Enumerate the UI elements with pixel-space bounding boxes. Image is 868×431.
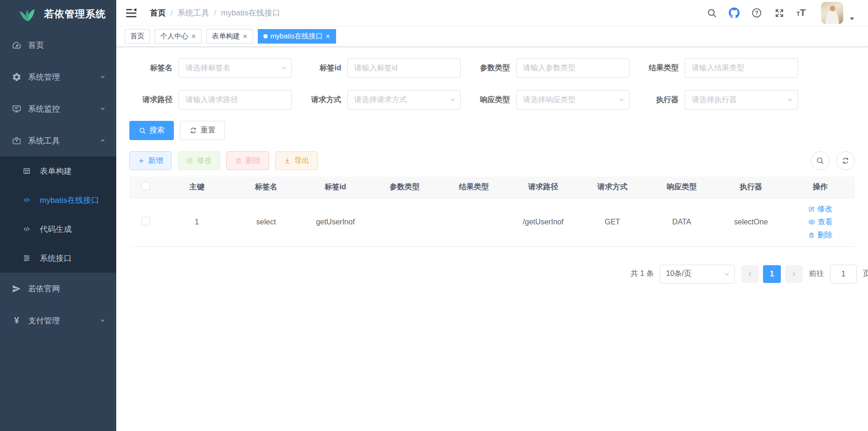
row-checkbox[interactable] <box>142 217 150 225</box>
page-unit-label: 页 <box>863 269 868 279</box>
col-header-method: 请求方式 <box>578 177 647 198</box>
tag-label: 表单构建 <box>212 32 240 41</box>
delete-button[interactable]: 删除 <box>226 151 269 170</box>
tag-name-select[interactable] <box>179 58 292 78</box>
goto-page-input[interactable] <box>830 265 857 283</box>
breadcrumb-home[interactable]: 首页 <box>150 7 166 18</box>
active-dot <box>263 34 268 38</box>
search-icon[interactable] <box>706 7 717 18</box>
select-all-checkbox[interactable] <box>142 182 150 190</box>
tag-form-builder[interactable]: 表单构建 × <box>206 29 253 44</box>
row-edit-link[interactable]: 修改 <box>808 204 832 214</box>
row-delete-label: 删除 <box>817 230 832 240</box>
app-logo[interactable]: 若依管理系统 <box>0 0 116 28</box>
cell-result-type <box>439 198 509 246</box>
page-size-value[interactable] <box>660 265 735 283</box>
tag-id-input[interactable] <box>347 58 461 78</box>
prev-page-button[interactable] <box>741 265 759 283</box>
form-item-param-type: 参数类型 <box>467 58 636 78</box>
tag-home[interactable]: 首页 <box>125 29 150 44</box>
sidebar-item-mybatis-api[interactable]: mybatis在线接口 <box>0 186 116 215</box>
font-size-icon[interactable]: TT <box>796 7 806 18</box>
field-label: 响应类型 <box>467 95 516 105</box>
form-item-request-method: 请求方式 <box>298 90 467 110</box>
page-size-select[interactable] <box>660 265 735 283</box>
sidebar-item-system-api[interactable]: 系统接口 <box>0 244 116 273</box>
top-navbar: 首页 / 系统工具 / mybatis在线接口 ? <box>116 0 868 26</box>
toggle-search-button[interactable] <box>811 151 830 170</box>
cell-method: GET <box>578 198 647 246</box>
table-row[interactable]: 1 select getUserInof /getUserInof GET DA… <box>129 198 855 246</box>
page-number-1[interactable]: 1 <box>763 265 781 283</box>
caret-down-icon <box>849 16 855 21</box>
row-edit-label: 修改 <box>817 204 832 214</box>
response-type-select[interactable] <box>516 90 629 110</box>
close-icon[interactable]: × <box>243 32 247 40</box>
cell-path: /getUserInof <box>509 198 578 246</box>
sidebar-item-official-site[interactable]: 若依官网 <box>0 273 116 305</box>
close-icon[interactable]: × <box>191 32 196 40</box>
row-view-label: 查看 <box>818 217 833 227</box>
add-button[interactable]: 新增 <box>129 151 172 170</box>
row-view-link[interactable]: 查看 <box>808 217 833 227</box>
request-method-select[interactable] <box>347 90 461 110</box>
main-area: 首页 / 系统工具 / mybatis在线接口 ? <box>116 0 868 431</box>
field-label: 标签id <box>298 63 347 73</box>
app-title: 若依管理系统 <box>44 7 106 21</box>
tag-profile[interactable]: 个人中心 × <box>155 29 202 44</box>
user-menu[interactable] <box>821 2 855 24</box>
param-type-input[interactable] <box>516 58 629 78</box>
sidebar-menu: 首页 系统管理 系统监控 <box>0 28 116 336</box>
field-label: 标签名 <box>129 63 179 73</box>
breadcrumb: 首页 / 系统工具 / mybatis在线接口 <box>150 7 280 18</box>
tag-mybatis-api[interactable]: mybatis在线接口 × <box>258 29 336 44</box>
reset-button[interactable]: 重置 <box>180 121 225 140</box>
add-button-label: 新增 <box>148 156 163 166</box>
search-icon <box>139 127 146 134</box>
code-icon <box>22 225 31 233</box>
github-icon[interactable] <box>729 7 740 18</box>
cell-param-type <box>370 198 439 246</box>
data-table: 主键 标签名 标签id 参数类型 结果类型 请求路径 请求方式 响应类型 执行器… <box>129 177 855 247</box>
refresh-table-button[interactable] <box>836 151 855 170</box>
refresh-icon <box>189 126 197 134</box>
next-page-button[interactable] <box>785 265 803 283</box>
field-label: 结果类型 <box>636 63 685 73</box>
sidebar-item-home[interactable]: 首页 <box>0 29 116 61</box>
sidebar-item-system-monitor[interactable]: 系统监控 <box>0 93 116 125</box>
sidebar-item-system-management[interactable]: 系统管理 <box>0 61 116 93</box>
edit-button[interactable]: 修改 <box>178 151 220 170</box>
yen-icon: ¥ <box>12 315 22 326</box>
sidebar-item-form-builder[interactable]: 表单构建 <box>0 156 116 186</box>
request-path-input[interactable] <box>179 90 292 110</box>
sidebar-item-system-tools[interactable]: 系统工具 <box>0 125 116 156</box>
fullscreen-icon[interactable] <box>774 7 785 18</box>
close-icon[interactable]: × <box>326 32 330 40</box>
row-delete-link[interactable]: 删除 <box>808 230 832 240</box>
sidebar-item-code-generator[interactable]: 代码生成 <box>0 215 116 244</box>
executor-select[interactable] <box>685 90 798 110</box>
breadcrumb-section: 系统工具 <box>178 7 210 18</box>
help-icon[interactable]: ? <box>751 7 762 18</box>
edit-icon <box>186 157 194 164</box>
sidebar-item-label: 支付管理 <box>28 315 60 326</box>
trash-icon <box>808 232 815 239</box>
search-button[interactable]: 搜索 <box>129 121 174 140</box>
export-button[interactable]: 导出 <box>275 151 318 170</box>
refresh-icon <box>841 156 850 165</box>
cell-resp-type: DATA <box>647 198 717 246</box>
form-item-tag-name: 标签名 <box>129 58 298 78</box>
sidebar-toggle-icon[interactable] <box>126 7 137 19</box>
reset-button-label: 重置 <box>201 126 216 135</box>
sidebar-item-label: 表单构建 <box>40 166 72 177</box>
pagination: 共 1 条 1 前往 页 <box>129 265 868 283</box>
chevron-left-icon <box>747 271 753 277</box>
col-header-operations: 操作 <box>786 177 855 198</box>
sidebar-item-payment[interactable]: ¥ 支付管理 <box>0 305 116 336</box>
result-type-input[interactable] <box>685 58 798 78</box>
avatar[interactable] <box>821 2 843 24</box>
field-label: 请求路径 <box>129 95 179 105</box>
col-header-path: 请求路径 <box>509 177 578 198</box>
dashboard-icon <box>12 40 22 50</box>
goto-label: 前往 <box>809 269 824 279</box>
